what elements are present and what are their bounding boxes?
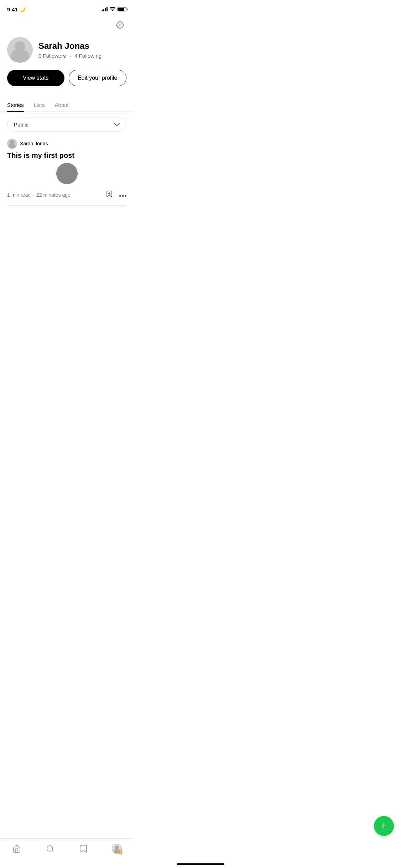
edit-profile-button[interactable]: Edit your profile [69,70,127,86]
tab-stories[interactable]: Stories [7,98,24,112]
story-title[interactable]: This is my first post [7,151,126,160]
avatar [7,37,33,63]
status-icons [102,6,127,12]
profile-name: Sarah Jonas [38,41,101,51]
settings-row [0,16,134,33]
settings-button[interactable] [114,19,126,31]
story-author-avatar [7,139,17,149]
battery-icon [118,7,126,11]
stats-separator: · [69,53,71,59]
story-image [7,163,126,184]
story-meta-row: 1 min read · 22 minutes ago [7,190,126,206]
read-time: 1 min read [7,192,31,198]
svg-point-4 [122,195,124,197]
view-stats-button[interactable]: View stats [7,70,64,86]
signal-icon [102,7,108,11]
following-count: 4 Following [74,53,101,59]
avatar-body [11,49,29,63]
profile-info: Sarah Jonas 0 Followers · 4 Following [38,41,101,59]
tab-lists[interactable]: Lists [34,98,45,112]
svg-point-0 [119,24,121,26]
filter-label: Public [14,122,28,128]
status-time: 9:41 [7,6,18,12]
story-meta-left: 1 min read · 22 minutes ago [7,192,71,198]
profile-stats: 0 Followers · 4 Following [38,53,101,59]
profile-top: Sarah Jonas 0 Followers · 4 Following [7,37,126,63]
more-options-icon[interactable] [119,191,126,198]
wifi-icon [110,6,115,12]
svg-point-5 [125,195,126,197]
story-thumbnail [56,163,78,184]
story-card: Sarah Jonas This is my first post 1 min … [0,134,134,206]
tab-about[interactable]: About [55,98,69,112]
moon-icon: 🌙 [19,6,25,12]
chevron-down-icon [114,122,120,128]
followers-count: 0 Followers [38,53,66,59]
svg-point-3 [119,195,121,197]
time-ago: 22 minutes ago [36,192,71,198]
tabs-section: Stories Lists About [0,98,134,112]
story-meta-right [106,190,126,200]
save-to-list-icon[interactable] [106,190,113,200]
status-bar: 9:41 🌙 [0,0,134,16]
tabs-row: Stories Lists About [7,98,126,112]
filter-dropdown[interactable]: Public [7,118,126,131]
filter-section: Public [0,112,134,134]
profile-buttons: View stats Edit your profile [7,70,126,86]
story-author-name: Sarah Jonas [20,141,48,146]
profile-section: Sarah Jonas 0 Followers · 4 Following Vi… [0,33,134,93]
story-author-row: Sarah Jonas [7,139,126,149]
